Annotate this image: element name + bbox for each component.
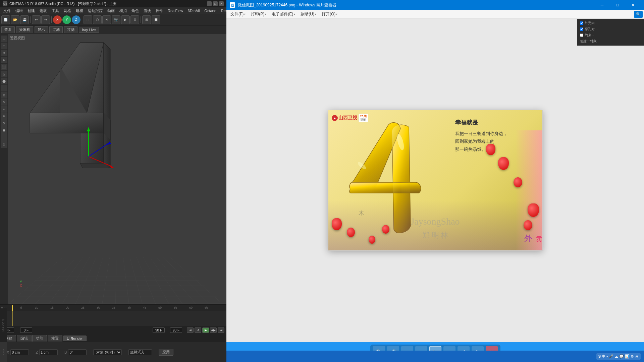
- left-icon-1[interactable]: ⬡: [1, 36, 7, 42]
- pv-minimize-btn[interactable]: ─: [594, 0, 610, 10]
- dot-icon[interactable]: •: [606, 354, 608, 358]
- toolbar2-display-btn[interactable]: 显示: [35, 26, 48, 33]
- timeline-start-frame[interactable]: [20, 327, 32, 333]
- prop-mode-dropdown[interactable]: 对象 (相对): [93, 349, 122, 355]
- tab-settings[interactable]: 校置: [48, 335, 62, 342]
- toolbar-save-btn[interactable]: 💾: [20, 15, 29, 24]
- pv-search-btn[interactable]: 🔍: [634, 11, 643, 18]
- left-icon-14[interactable]: ⬟: [1, 127, 7, 134]
- left-icon-10[interactable]: ⟳: [1, 99, 7, 106]
- mic-icon[interactable]: 🎤: [609, 354, 613, 359]
- c4d-viewport[interactable]: 透视视图: [8, 34, 226, 304]
- obj-item-2[interactable]: 穿孔对...: [579, 26, 643, 32]
- menu-simulate[interactable]: 模拟: [117, 8, 129, 14]
- left-icon-2[interactable]: ◻: [1, 43, 7, 49]
- prop-b-input[interactable]: [68, 349, 87, 355]
- transport-to-end[interactable]: ⏭: [218, 327, 224, 333]
- printer-icon[interactable]: 🖨: [635, 354, 639, 358]
- left-icon-16[interactable]: ⊘: [1, 141, 7, 148]
- chinese-input-icon[interactable]: 中: [602, 354, 605, 359]
- menu-mesh[interactable]: 网格: [62, 8, 73, 14]
- toolbar2-view-btn[interactable]: 查看: [1, 26, 15, 33]
- toolbar-mode3-btn[interactable]: Z: [72, 15, 80, 24]
- menu-character[interactable]: 角色: [129, 8, 141, 14]
- tab-edit[interactable]: 编辑: [17, 335, 32, 342]
- pv-close-btn[interactable]: ✕: [625, 0, 641, 10]
- c4d-maximize-btn[interactable]: □: [213, 1, 218, 6]
- prop-x-input[interactable]: [10, 349, 29, 355]
- transport-to-start[interactable]: ⏮: [187, 327, 194, 333]
- left-icon-13[interactable]: $: [1, 120, 7, 127]
- cloud-icon[interactable]: ☁: [614, 354, 618, 359]
- toolbar-light-btn[interactable]: ☀: [102, 15, 111, 24]
- prop-apply-btn[interactable]: 应用: [159, 349, 173, 356]
- menu-animation[interactable]: 动画: [105, 8, 117, 14]
- toolbar-render2-btn[interactable]: ⚙: [130, 15, 139, 24]
- toolbar-new-btn[interactable]: 📄: [1, 15, 10, 24]
- menu-flow[interactable]: 流线: [142, 8, 153, 14]
- obj-2-checkbox[interactable]: [580, 27, 583, 31]
- toolbar2-filter-btn[interactable]: 过滤: [49, 26, 63, 33]
- menu-select[interactable]: 选取: [38, 8, 49, 14]
- left-icon-5[interactable]: ⬛: [1, 64, 7, 70]
- toolbar-mode2-btn[interactable]: Y: [62, 15, 71, 24]
- toolbar-undo-btn[interactable]: ↩: [32, 15, 41, 24]
- c4d-minimize-btn[interactable]: ─: [207, 1, 212, 6]
- obj-item-4[interactable]: 创建一对象...: [579, 38, 643, 44]
- timeline-end-frame[interactable]: [153, 327, 165, 333]
- pv-menu-open[interactable]: 打开(O) ▾: [319, 11, 340, 18]
- tab-urender[interactable]: U-Render: [63, 336, 87, 341]
- prop-coord-input[interactable]: [128, 349, 152, 355]
- left-icon-11[interactable]: ✦: [1, 106, 7, 113]
- menu-edit[interactable]: 编辑: [13, 8, 25, 14]
- left-icon-3[interactable]: ⊕: [1, 50, 7, 56]
- c4d-close-btn[interactable]: ✕: [219, 1, 224, 6]
- menu-model[interactable]: 建模: [74, 8, 85, 14]
- obj-item-1[interactable]: 外壳内...: [579, 20, 643, 26]
- obj-1-checkbox[interactable]: [580, 21, 583, 25]
- toolbar-sphere-btn[interactable]: ⬡: [93, 15, 102, 24]
- tab-function[interactable]: 功能: [32, 335, 47, 342]
- stats-icon[interactable]: 📊: [625, 354, 630, 359]
- left-icon-4[interactable]: ◈: [1, 57, 7, 63]
- pv-menu-burn[interactable]: 刻录(U) ▾: [298, 11, 319, 18]
- toolbar-redo-btn[interactable]: ↪: [41, 15, 50, 24]
- left-icon-9[interactable]: ⊞: [1, 92, 7, 99]
- pv-menu-print[interactable]: 打印(P) ▾: [248, 11, 269, 18]
- menu-tools[interactable]: 工具: [50, 8, 61, 14]
- timeline-track[interactable]: [0, 311, 226, 326]
- transport-play-rev[interactable]: ◀▶: [210, 327, 217, 333]
- menu-realflow[interactable]: RealFlow: [166, 8, 185, 13]
- toolbar-grid-btn[interactable]: ⊞: [142, 15, 151, 24]
- menu-plugin[interactable]: 插件: [154, 8, 165, 14]
- left-icon-12[interactable]: ⊕: [1, 113, 7, 120]
- menu-motion[interactable]: 运动跟踪: [86, 8, 105, 14]
- toolbar-snap-btn[interactable]: 🔲: [152, 15, 160, 24]
- toolbar-mode1-btn[interactable]: ✕: [53, 15, 62, 24]
- toolbar-box-btn[interactable]: ◻: [84, 15, 92, 24]
- menu-octane[interactable]: Octane: [202, 8, 218, 13]
- toolbar2-camera-btn[interactable]: 摄象机: [16, 26, 33, 33]
- toolbar2-filter2-btn[interactable]: 过滤: [64, 26, 77, 33]
- pv-maximize-btn[interactable]: □: [610, 0, 625, 10]
- menu-create[interactable]: 创建: [25, 8, 37, 14]
- toolbar-open-btn[interactable]: 📂: [11, 15, 19, 24]
- transport-loop[interactable]: ↺: [195, 327, 201, 333]
- pv-menu-file[interactable]: 文件(F) ▾: [228, 11, 248, 18]
- sogou-icon[interactable]: S: [598, 354, 601, 358]
- pv-menu-email[interactable]: 电子邮件(E) ▾: [269, 11, 298, 18]
- obj-item-3[interactable]: 约束...: [579, 32, 643, 38]
- menu-file[interactable]: 文件: [1, 8, 13, 14]
- transport-play[interactable]: ▶: [202, 327, 209, 333]
- obj-3-checkbox[interactable]: [580, 34, 583, 37]
- timeline-playhead[interactable]: [12, 305, 13, 311]
- toolbar-render-btn[interactable]: ▶: [121, 15, 130, 24]
- settings-icon[interactable]: ⚙: [631, 354, 634, 359]
- left-icon-6[interactable]: △: [1, 71, 7, 77]
- left-icon-15[interactable]: ⋯: [1, 134, 7, 141]
- chat-icon[interactable]: 💬: [619, 354, 624, 359]
- timeline-render-end[interactable]: [170, 327, 182, 333]
- menu-3dtoall[interactable]: 3DtoAll: [186, 8, 202, 13]
- prop-z-input[interactable]: [39, 349, 58, 355]
- left-icon-7[interactable]: ⬤: [1, 78, 7, 84]
